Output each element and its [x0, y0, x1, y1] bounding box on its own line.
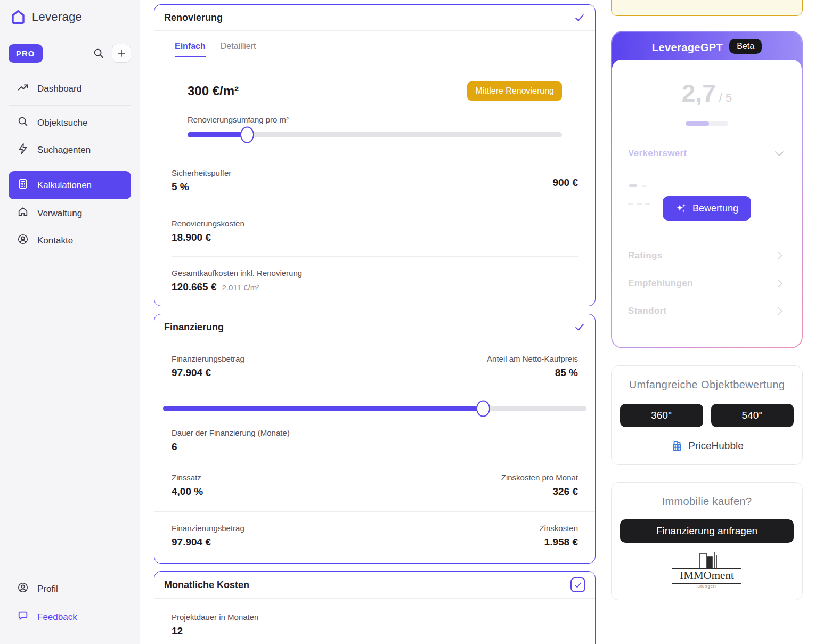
chat-icon [17, 610, 29, 624]
placeholder-content: Bewertung [628, 173, 786, 242]
financing-amount-value: 97.904 € [172, 367, 244, 379]
chevron-down-icon[interactable] [773, 147, 786, 160]
lightning-icon [17, 143, 29, 157]
pro-badge: PRO [9, 44, 43, 63]
buffer-amount: 900 € [552, 177, 578, 189]
skeleton-bar [642, 185, 647, 187]
renovation-slider[interactable] [188, 132, 562, 137]
search-icon[interactable] [89, 44, 108, 62]
slider-fill [188, 132, 247, 137]
bewertung-button-label: Bewertung [692, 203, 738, 214]
sidebar-item-dashboard[interactable]: Dashboard [9, 76, 131, 102]
chevron-right-icon [774, 278, 786, 289]
market-value-row[interactable]: Verkehrswert [628, 147, 786, 160]
brand: Leverage [9, 5, 131, 29]
view-360-button[interactable]: 360° [620, 404, 703, 427]
gpt-item-ratings[interactable]: Ratings [628, 242, 786, 270]
card-title: Monatliche Kosten [164, 580, 249, 591]
total-costs-amount: 120.665 € [172, 281, 217, 292]
financing-amount-label: Finanzierungsbetrag [172, 354, 244, 363]
sparkles-icon [675, 202, 687, 214]
chevron-right-icon [774, 305, 786, 317]
sidebar-item-label: Profil [37, 584, 58, 594]
person-icon [17, 582, 29, 596]
person-icon [17, 233, 29, 248]
score-max: / 5 [719, 91, 732, 104]
pricehubble-logo: PriceHubble [620, 439, 794, 453]
financing-total-value: 97.904 € [172, 536, 244, 548]
pricehubble-name: PriceHubble [688, 440, 744, 452]
sidebar-item-label: Suchagenten [37, 145, 91, 156]
financing-total-label: Finanzierungsbetrag [172, 524, 244, 533]
sidebar-item-kalkulationen[interactable]: Kalkulationen [9, 171, 131, 199]
alert-card [611, 0, 803, 16]
financing-slider[interactable] [163, 406, 586, 411]
immoment-logo: IMMOment Stuttgart [620, 551, 794, 588]
buffer-value: 5 % [172, 181, 231, 193]
renovation-costs-label: Renovierungskosten [172, 219, 578, 228]
interest-rate-value: 4,00 % [172, 486, 203, 498]
score-display: 2,7/ 5 [628, 79, 786, 108]
renovation-tabs: Einfach Detailliert [154, 31, 595, 57]
gpt-item-standort[interactable]: Standort [628, 297, 786, 325]
financing-duration-value: 6 [172, 441, 578, 453]
gpt-item-label: Empfehlungen [628, 278, 693, 289]
score-progress-bar [686, 121, 728, 126]
sidebar-item-profil[interactable]: Profil [9, 576, 131, 602]
bewertung-button[interactable]: Bewertung [663, 196, 751, 221]
view-540-button[interactable]: 540° [711, 404, 794, 427]
sidebar-item-suchagenten[interactable]: Suchagenten [9, 137, 131, 163]
tab-detailliert[interactable]: Detailliert [221, 42, 256, 57]
project-duration-label: Projektdauer in Monaten [172, 613, 578, 622]
sidebar-item-kontakte[interactable]: Kontakte [9, 227, 131, 254]
chevron-right-icon [774, 250, 786, 262]
tab-einfach[interactable]: Einfach [175, 42, 206, 57]
slider-fill [163, 406, 483, 411]
sidebar-item-label: Kalkulationen [37, 180, 92, 191]
buy-title: Immobilie kaufen? [620, 495, 794, 508]
checkbox-checked-icon[interactable] [570, 577, 585, 592]
slider-thumb[interactable] [240, 127, 254, 143]
sidebar-item-objektsuche[interactable]: Objektsuche [9, 110, 131, 136]
card-title: Finanzierung [164, 322, 224, 333]
renovation-level-badge: Mittlere Renovierung [467, 81, 562, 101]
search-icon [17, 116, 29, 130]
request-financing-button[interactable]: Finanzierung anfragen [620, 519, 794, 543]
financing-card: Finanzierung Finanzierungsbetrag 97.904 … [154, 314, 596, 564]
skeleton-bar [629, 184, 637, 187]
immoment-city: Stuttgart [697, 584, 716, 588]
object-valuation-card: Umfangreiche Objektbewertung 360° 540° P… [611, 365, 803, 465]
sidebar-item-label: Kontakte [37, 235, 73, 246]
interest-rate-label: Zinssatz [172, 473, 203, 482]
monthly-interest-value: 326 € [501, 486, 578, 498]
buy-property-card: Immobilie kaufen? Finanzierung anfragen … [611, 482, 803, 600]
leveragegpt-card: LeverageGPT Beta 2,7/ 5 Verkehrswert [611, 31, 803, 348]
renovation-costs-value: 18.900 € [172, 232, 578, 243]
buildings-icon [688, 551, 726, 569]
interest-costs-value: 1.958 € [539, 536, 578, 548]
total-costs-value: 120.665 €2.011 €/m² [172, 281, 578, 293]
skeleton-bar [628, 203, 633, 205]
leveragegpt-title: LeverageGPT [652, 39, 723, 56]
divider [9, 105, 131, 106]
buffer-label: Sicherheitspuffer [172, 168, 231, 177]
sidebar-item-label: Dashboard [37, 84, 82, 94]
main-content: Renovierung Einfach Detailliert 300 €/m²… [154, 0, 596, 644]
financing-share-label: Anteil am Netto-Kaufpreis [487, 354, 578, 363]
slider-thumb[interactable] [476, 401, 490, 417]
add-button[interactable] [112, 44, 131, 63]
skeleton-bar [645, 203, 650, 205]
gpt-item-label: Standort [628, 306, 666, 316]
project-duration-value: 12 [172, 625, 578, 637]
sidebar-item-verwaltung[interactable]: Verwaltung [9, 200, 131, 226]
home-icon [17, 206, 29, 221]
renovation-rate-value: 300 €/m² [188, 84, 239, 99]
total-costs-label: Gesamtkaufkosten inkl. Renovierung [172, 268, 578, 278]
gpt-item-empfehlungen[interactable]: Empfehlungen [628, 270, 786, 297]
valuation-title: Umfangreiche Objektbewertung [620, 379, 794, 391]
pricehubble-icon [670, 439, 684, 453]
leverage-logo-icon [10, 9, 27, 26]
sidebar-item-feedback[interactable]: Feedback [9, 604, 131, 630]
beta-badge: Beta [729, 39, 762, 54]
financing-share-value: 85 % [487, 367, 578, 379]
